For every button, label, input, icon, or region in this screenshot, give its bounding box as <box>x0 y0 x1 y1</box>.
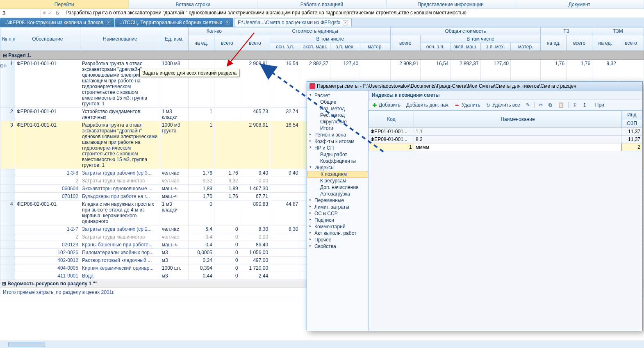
index-row[interactable]: 1мммм2 <box>369 143 642 151</box>
menu-item[interactable]: Работа с позицией <box>257 0 386 9</box>
col-eksp[interactable]: эксп. маш. <box>300 43 330 51</box>
cell[interactable]: 2 908,91 <box>240 121 270 169</box>
menu-goto[interactable]: Перейти <box>0 0 129 9</box>
tree-node[interactable]: Индексы <box>307 164 368 171</box>
cell[interactable]: Разработка грунта в отвал экскаваторами … <box>80 60 160 108</box>
cell[interactable] <box>270 272 300 280</box>
tree-node[interactable]: К ресурсам <box>307 177 368 184</box>
col-t3[interactable]: ТЗ <box>541 27 592 35</box>
col-obsh[interactable]: Общая стоимость <box>390 27 541 35</box>
cell[interactable]: 9,32 <box>214 177 240 185</box>
cell[interactable]: 1 467,30 <box>240 185 270 193</box>
cell[interactable]: 0,4 <box>189 233 214 241</box>
confirm-edit-icon[interactable]: ✓ <box>47 9 52 18</box>
cell[interactable]: ФЕР01-01-001-01 <box>15 121 80 169</box>
cell[interactable]: м3 <box>160 249 188 257</box>
cell[interactable]: ФЕР01-01-001-01 <box>15 60 80 108</box>
delete-all-button[interactable]: ↻Удалить все <box>485 101 522 109</box>
tree-node[interactable]: Виды работ <box>307 151 368 158</box>
cell[interactable]: 1,89 <box>189 185 214 193</box>
cell[interactable]: 1-2-7 <box>15 225 80 233</box>
col-vsego4[interactable]: всего <box>567 35 592 51</box>
cell[interactable]: 2 <box>15 233 80 241</box>
cell[interactable]: 020129 <box>15 241 80 249</box>
cell[interactable] <box>0 185 15 193</box>
tree-node[interactable]: ОС и ССР <box>307 210 368 217</box>
cell[interactable]: 404-0005 <box>15 264 80 272</box>
col-vtom2[interactable]: В том числе <box>420 35 540 43</box>
index-grid[interactable]: Код Наименование Инд ОЗП ФЕР01-01-001...… <box>369 110 642 151</box>
cell[interactable]: 2 <box>622 143 642 151</box>
cell[interactable] <box>0 233 15 241</box>
cell[interactable]: 402-0012 <box>15 257 80 264</box>
col-zp-mex[interactable]: з.п. мех. <box>330 43 360 51</box>
tree-node[interactable]: Свойства <box>307 243 368 250</box>
cell[interactable]: 11,37 <box>622 128 642 136</box>
cell[interactable]: Пиломатериалы хвойных пор... <box>80 249 160 257</box>
parameters-dialog[interactable]: Параметры сметы - F:\Users\adostovalov\D… <box>307 81 643 331</box>
settings-tree[interactable]: РасчетОбщиеБаз. методРес. методОкруглени… <box>307 91 369 331</box>
cell[interactable] <box>270 193 300 200</box>
cell[interactable]: 1 м3 кладки <box>160 200 188 225</box>
cell[interactable]: ФЕР08-01-001-01 <box>15 108 80 121</box>
cell[interactable]: чел.час <box>160 225 188 233</box>
cell[interactable]: 1,76 <box>214 169 240 177</box>
cell[interactable] <box>189 60 214 108</box>
cell[interactable]: 1 <box>189 108 214 121</box>
cell[interactable]: 0 <box>214 233 240 241</box>
scrollbar-thumb[interactable] <box>8 342 45 347</box>
cell[interactable] <box>0 272 15 280</box>
cell[interactable]: 4 <box>0 200 15 225</box>
cell[interactable]: 411-0001 <box>15 272 80 280</box>
cell[interactable] <box>214 108 240 121</box>
cell[interactable]: 67,71 <box>240 193 270 200</box>
col-stoim-ed[interactable]: Стоимость единицы <box>240 27 390 35</box>
menu-view[interactable]: Представление информации <box>387 0 515 9</box>
cell[interactable]: мммм <box>414 143 622 151</box>
cell[interactable] <box>214 60 240 108</box>
cell[interactable] <box>270 249 300 257</box>
cell[interactable] <box>0 241 15 249</box>
cell[interactable]: Кладка стен наружных простых при высоте … <box>80 200 160 225</box>
cell[interactable]: 11,37 <box>622 136 642 143</box>
cell[interactable]: чел.час <box>160 233 188 241</box>
col-vsego3[interactable]: всего <box>390 35 420 51</box>
col-ind[interactable]: Инд <box>622 111 642 119</box>
cell[interactable]: 3 <box>0 121 15 169</box>
col-na-ed[interactable]: на ед. <box>189 35 214 51</box>
copy-button[interactable]: ⧉ <box>547 101 554 109</box>
tree-node[interactable]: Расчет <box>307 92 368 99</box>
cell[interactable]: 102-0026 <box>15 249 80 257</box>
cell[interactable]: 2 908,91 <box>240 60 270 108</box>
cell[interactable] <box>214 121 240 169</box>
col-osn-zp[interactable]: осн. з.п. <box>270 43 300 51</box>
cell[interactable]: 0 <box>214 241 240 249</box>
col-vtom[interactable]: В том числе <box>270 35 390 43</box>
tree-node[interactable]: Комментарий <box>307 223 368 230</box>
cell[interactable]: 0 <box>214 249 240 257</box>
cell[interactable]: 2 <box>15 177 80 185</box>
cell[interactable]: ФЕР08-02-001-01 <box>15 200 80 225</box>
index-row[interactable]: ФЕР08-01-001...8.211,37 <box>369 136 642 143</box>
formula-input[interactable]: Разработка грунта в отвал экскаваторами … <box>63 9 644 18</box>
cell[interactable]: 1 <box>369 143 414 151</box>
cell[interactable]: 9,40 <box>240 169 270 177</box>
cell[interactable]: Вода <box>80 272 160 280</box>
cell[interactable]: 0 <box>189 200 214 225</box>
col-na-ed2[interactable]: на ед. <box>541 35 567 51</box>
col-vsego2[interactable]: всего <box>240 35 270 51</box>
tree-node[interactable]: Акт выполн. работ <box>307 230 368 237</box>
cut-button[interactable]: ✂ <box>537 101 544 109</box>
cell[interactable]: 8.2 <box>414 136 622 143</box>
cell[interactable] <box>0 249 15 257</box>
cell[interactable] <box>0 193 15 200</box>
cell[interactable]: 0,0005 <box>189 249 214 257</box>
cell[interactable]: 8,30 <box>240 225 270 233</box>
cell[interactable]: 0,24 <box>189 257 214 264</box>
close-icon[interactable]: × <box>106 20 111 25</box>
col-naim[interactable]: Наименование <box>414 111 622 128</box>
cell[interactable] <box>0 177 15 185</box>
cell[interactable]: 44,87 <box>270 200 300 225</box>
cell[interactable]: 0,4 <box>189 241 214 249</box>
sort-asc-button[interactable]: ↧ <box>571 101 578 109</box>
